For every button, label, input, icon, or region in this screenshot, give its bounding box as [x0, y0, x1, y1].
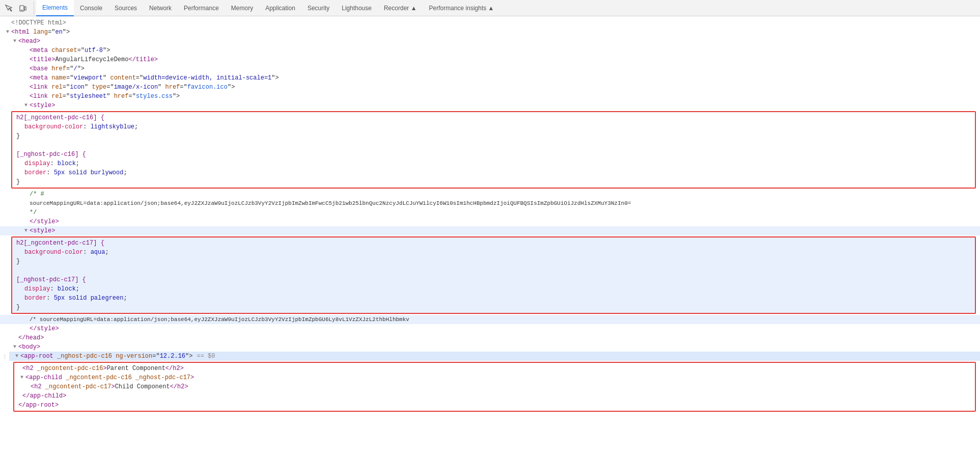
tab-performance-insights[interactable]: Performance insights ▲ [423, 0, 500, 16]
line-head[interactable]: ▼ <head> [0, 37, 980, 46]
tab-elements-label: Elements [42, 4, 68, 11]
line-sourcemap2[interactable]: /* sourceMappingURL=data:application/jso… [0, 315, 980, 324]
devtools-toolbar: Elements Console Sources Network Perform… [0, 0, 980, 16]
expand-approot[interactable]: ▼ [13, 352, 20, 361]
css2-blank [12, 266, 975, 275]
css-box-1: h2[_ngcontent-pdc-c16] { background-colo… [11, 111, 976, 189]
tab-console[interactable]: Console [74, 0, 108, 16]
line-comment-hash[interactable]: /* # [0, 190, 980, 199]
line-head-close[interactable]: </head> [0, 333, 980, 342]
css2-close2[interactable]: } [12, 303, 975, 312]
expand-style2[interactable]: ▼ [22, 226, 30, 235]
line-approot-wrapper: ⋮ ▼ <app-root _nghost-pdc-c16 ng-version… [0, 352, 980, 413]
tab-performance[interactable]: Performance [178, 0, 225, 16]
css2-prop2[interactable]: display: block; [12, 284, 975, 294]
css1-close2[interactable]: } [12, 177, 975, 187]
line-link-stylesheet[interactable]: <link rel="stylesheet" href="styles.css"… [0, 92, 980, 101]
line-h2-child[interactable]: <h2 _ngcontent-pdc-c17>Child Component</… [14, 382, 975, 391]
css1-blank [12, 141, 975, 150]
device-toolbar-button[interactable] [16, 2, 30, 15]
inner-highlight-box: <h2 _ngcontent-pdc-c16>Parent Component<… [13, 362, 976, 412]
line-meta-viewport[interactable]: <meta name="viewport" content="width=dev… [0, 73, 980, 83]
tab-recorder[interactable]: Recorder ▲ [378, 0, 423, 16]
line-appchild[interactable]: ▼ <app-child _ngcontent-pdc-c16 _nghost-… [14, 373, 975, 382]
tab-sources-label: Sources [115, 5, 137, 12]
css2-prop3[interactable]: border: 5px solid palegreen; [12, 294, 975, 303]
tab-memory[interactable]: Memory [225, 0, 259, 16]
tab-recorder-label: Recorder ▲ [384, 5, 417, 12]
tab-memory-label: Memory [231, 5, 253, 12]
tab-application[interactable]: Application [259, 0, 301, 16]
tab-console-label: Console [80, 5, 102, 12]
css1-prop1[interactable]: background-color: lightskyblue; [12, 122, 975, 131]
line-doctype[interactable]: <!DOCTYPE html> [0, 18, 980, 28]
line-style1-close[interactable]: </style> [0, 217, 980, 226]
dom-tree[interactable]: <!DOCTYPE html> ▼ <html lang="en"> ▼ <he… [0, 16, 980, 415]
tab-security[interactable]: Security [301, 0, 335, 16]
line-approot[interactable]: ▼ <app-root _nghost-pdc-c16 ng-version="… [9, 352, 980, 361]
tab-network-label: Network [149, 5, 172, 12]
css1-prop3[interactable]: border: 5px solid burlywood; [12, 168, 975, 177]
tab-sources[interactable]: Sources [108, 0, 143, 16]
tab-application-label: Application [265, 5, 295, 12]
css2-prop1[interactable]: background-color: aqua; [12, 248, 975, 257]
line-sourcemap1[interactable]: sourceMappingURL=data:application/json;b… [0, 199, 980, 208]
line-appchild-close[interactable]: </app-child> [14, 391, 975, 401]
line-link-favicon[interactable]: <link rel="icon" type="image/x-icon" hre… [0, 83, 980, 92]
expand-body[interactable]: ▼ [11, 342, 18, 352]
line-meta-charset[interactable]: <meta charset="utf-8"> [0, 46, 980, 55]
elements-panel: <!DOCTYPE html> ▼ <html lang="en"> ▼ <he… [0, 16, 980, 451]
tab-security-label: Security [307, 5, 329, 12]
line-style2-open[interactable]: ▼ <style> [0, 226, 980, 235]
three-dot-indicator: ⋮ [0, 352, 9, 362]
tab-network[interactable]: Network [143, 0, 178, 16]
line-h2-parent[interactable]: <h2 _ngcontent-pdc-c16>Parent Component<… [14, 364, 975, 373]
approot-highlight-box: ▼ <app-root _nghost-pdc-c16 ng-version="… [9, 352, 980, 413]
expand-html[interactable]: ▼ [4, 28, 11, 37]
line-comment-end1[interactable]: */ [0, 208, 980, 217]
css2-selector1[interactable]: h2[_ngcontent-pdc-c17] { [12, 238, 975, 248]
tab-lighthouse[interactable]: Lighthouse [335, 0, 378, 16]
svg-rect-1 [24, 7, 26, 10]
tab-elements[interactable]: Elements [36, 0, 74, 16]
line-style2-close[interactable]: </style> [0, 324, 980, 333]
line-title[interactable]: <title>AngularLifecycleDemo</title> [0, 55, 980, 64]
line-style1-open[interactable]: ▼ <style> [0, 101, 980, 110]
css1-close1[interactable]: } [12, 131, 975, 141]
toolbar-icon-group [2, 2, 34, 15]
css2-selector2[interactable]: [_nghost-pdc-c17] { [12, 275, 975, 284]
line-body[interactable]: ▼ <body> [0, 342, 980, 352]
tab-lighthouse-label: Lighthouse [342, 5, 372, 12]
tab-performance-label: Performance [184, 5, 219, 12]
css2-close1[interactable]: } [12, 257, 975, 266]
expand-head[interactable]: ▼ [11, 37, 18, 46]
css1-selector1[interactable]: h2[_ngcontent-pdc-c16] { [12, 113, 975, 122]
inspect-element-button[interactable] [2, 2, 15, 15]
tab-perf-insights-label: Performance insights ▲ [429, 5, 494, 12]
line-approot-close[interactable]: </app-root> [14, 401, 975, 410]
expand-style1[interactable]: ▼ [22, 101, 30, 110]
css1-selector2[interactable]: [_nghost-pdc-c16] { [12, 150, 975, 159]
line-base[interactable]: <base href="/"> [0, 64, 980, 73]
line-html[interactable]: ▼ <html lang="en"> [0, 28, 980, 37]
css1-prop2[interactable]: display: block; [12, 159, 975, 168]
css-box-2: h2[_ngcontent-pdc-c17] { background-colo… [11, 236, 976, 314]
